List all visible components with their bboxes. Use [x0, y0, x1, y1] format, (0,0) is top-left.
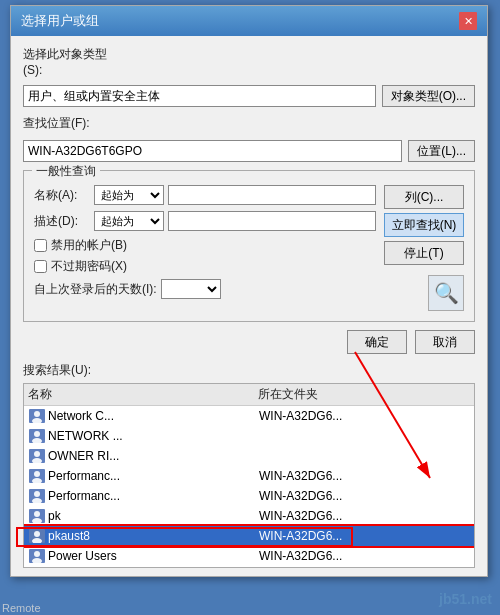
- header-folder: 所在文件夹: [258, 386, 470, 403]
- object-type-button[interactable]: 对象类型(O)...: [382, 85, 475, 107]
- row-name: Power Users: [48, 549, 259, 563]
- dialog-titlebar: 选择用户或组 ✕: [11, 6, 487, 36]
- location-button[interactable]: 位置(L)...: [408, 140, 475, 162]
- checkbox-noexpiry: 不过期密码(X): [34, 258, 376, 275]
- lastlogon-row: 自上次登录后的天数(I):: [34, 279, 376, 299]
- row-icon: [28, 448, 46, 464]
- name-select[interactable]: 起始为: [94, 185, 164, 205]
- row-folder: WIN-A32DG6...: [259, 509, 470, 523]
- group-box-title: 一般性查询: [32, 163, 100, 180]
- object-type-row: 选择此对象类型(S):: [23, 46, 475, 77]
- query-fields: 名称(A): 起始为 描述(D): 起始为: [34, 185, 376, 311]
- row-icon: [28, 408, 46, 424]
- table-row[interactable]: Performanc...WIN-A32DG6...: [24, 486, 474, 506]
- desc-input[interactable]: [168, 211, 376, 231]
- list-columns-button[interactable]: 列(C)...: [384, 185, 464, 209]
- table-row[interactable]: NETWORK ...: [24, 426, 474, 446]
- cancel-button[interactable]: 取消: [415, 330, 475, 354]
- checkbox-noexpiry-label: 不过期密码(X): [51, 258, 127, 275]
- row-folder: WIN-A32DG6...: [259, 469, 470, 483]
- row-name: pk: [48, 509, 259, 523]
- table-row[interactable]: Power UsersWIN-A32DG6...: [24, 546, 474, 566]
- general-query-group: 一般性查询 名称(A): 起始为 描述(D):: [23, 170, 475, 322]
- close-button[interactable]: ✕: [459, 12, 477, 30]
- table-row[interactable]: OWNER RI...: [24, 446, 474, 466]
- svg-point-7: [34, 451, 40, 457]
- bottom-text: Remote: [2, 602, 41, 614]
- lastlogon-label: 自上次登录后的天数(I):: [34, 281, 157, 298]
- svg-point-16: [34, 511, 40, 517]
- row-name: pkaust8: [48, 529, 259, 543]
- action-buttons: 列(C)... 立即查找(N) 停止(T) 🔍: [384, 185, 464, 311]
- location-input-row: 位置(L)...: [23, 140, 475, 162]
- row-icon: [28, 528, 46, 544]
- checkbox-disabled-input[interactable]: [34, 239, 47, 252]
- row-folder: WIN-A32DG6...: [259, 529, 470, 543]
- desc-row: 描述(D): 起始为: [34, 211, 376, 231]
- name-input[interactable]: [168, 185, 376, 205]
- results-label: 搜索结果(U):: [23, 362, 475, 379]
- desktop: jb51.net Remote 选择用户或组 ✕ 选择此对象类型(S): 对象类…: [0, 0, 500, 615]
- object-type-input[interactable]: [23, 85, 376, 107]
- svg-point-1: [34, 411, 40, 417]
- results-list: Network C...WIN-A32DG6... NETWORK ... OW…: [24, 406, 474, 568]
- dialog-body: 选择此对象类型(S): 对象类型(O)... 查找位置(F): 位置(L)...…: [11, 36, 487, 576]
- table-row[interactable]: Performanc...WIN-A32DG6...: [24, 466, 474, 486]
- row-name: Performanc...: [48, 469, 259, 483]
- table-row[interactable]: pkWIN-A32DG6...: [24, 506, 474, 526]
- lastlogon-select[interactable]: [161, 279, 221, 299]
- row-icon: [28, 548, 46, 564]
- results-area[interactable]: 名称 所在文件夹 Network C...WIN-A32DG6... NETWO…: [23, 383, 475, 568]
- row-name: Performanc...: [48, 489, 259, 503]
- table-row[interactable]: Network C...WIN-A32DG6...: [24, 406, 474, 426]
- row-folder: WIN-A32DG6...: [259, 549, 470, 563]
- location-label: 查找位置(F):: [23, 115, 118, 132]
- svg-point-22: [34, 551, 40, 557]
- svg-point-10: [34, 471, 40, 477]
- row-icon: [28, 428, 46, 444]
- row-name: NETWORK ...: [48, 429, 259, 443]
- object-type-label: 选择此对象类型(S):: [23, 46, 118, 77]
- desc-select[interactable]: 起始为: [94, 211, 164, 231]
- table-row[interactable]: pkaust8WIN-A32DG6...: [24, 526, 474, 546]
- desc-label: 描述(D):: [34, 213, 94, 230]
- checkbox-disabled-label: 禁用的帐户(B): [51, 237, 127, 254]
- confirm-row: 确定 取消: [23, 330, 475, 354]
- select-user-dialog: 选择用户或组 ✕ 选择此对象类型(S): 对象类型(O)... 查找位置(F):…: [10, 5, 488, 577]
- object-type-input-row: 对象类型(O)...: [23, 85, 475, 107]
- row-icon: [28, 508, 46, 524]
- stop-button[interactable]: 停止(T): [384, 241, 464, 265]
- results-section: 搜索结果(U): 名称 所在文件夹 Network C...WIN-A32DG6…: [23, 362, 475, 568]
- watermark: jb51.net: [439, 591, 492, 607]
- svg-point-13: [34, 491, 40, 497]
- dialog-title: 选择用户或组: [21, 12, 99, 30]
- row-icon: [28, 468, 46, 484]
- checkbox-noexpiry-input[interactable]: [34, 260, 47, 273]
- search-icon: 🔍: [428, 275, 464, 311]
- svg-point-4: [34, 431, 40, 437]
- results-header: 名称 所在文件夹: [24, 384, 474, 406]
- table-row[interactable]: Remote De...WIN-A32DG6...: [24, 566, 474, 568]
- row-name: OWNER RI...: [48, 449, 259, 463]
- location-input[interactable]: [23, 140, 402, 162]
- checkbox-disabled: 禁用的帐户(B): [34, 237, 376, 254]
- name-row: 名称(A): 起始为: [34, 185, 376, 205]
- header-name: 名称: [28, 386, 258, 403]
- location-label-row: 查找位置(F):: [23, 115, 475, 132]
- row-name: Network C...: [48, 409, 259, 423]
- row-icon: [28, 488, 46, 504]
- ok-button[interactable]: 确定: [347, 330, 407, 354]
- name-label: 名称(A):: [34, 187, 94, 204]
- row-folder: WIN-A32DG6...: [259, 489, 470, 503]
- row-folder: WIN-A32DG6...: [259, 409, 470, 423]
- search-icon-area: 🔍: [428, 275, 464, 311]
- svg-point-19: [34, 531, 40, 537]
- search-now-button[interactable]: 立即查找(N): [384, 213, 464, 237]
